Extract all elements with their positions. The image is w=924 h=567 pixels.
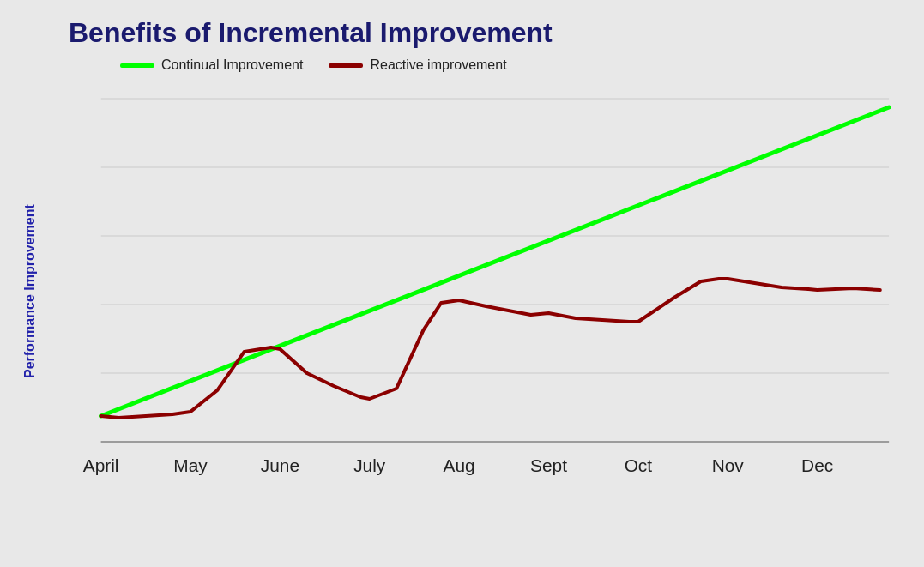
svg-text:July: July <box>353 455 386 475</box>
continual-legend-label: Continual Improvement <box>161 57 303 73</box>
chart-svg: April May June July Aug Sept Oct Nov Dec <box>47 81 907 502</box>
svg-line-16 <box>101 107 890 416</box>
chart-inner: April May June July Aug Sept Oct Nov Dec <box>47 81 907 502</box>
chart-container: Benefits of Incremental Improvement Cont… <box>0 0 924 567</box>
svg-text:Sept: Sept <box>530 455 567 475</box>
reactive-legend-label: Reactive improvement <box>370 57 506 73</box>
svg-text:June: June <box>261 455 299 475</box>
svg-text:Oct: Oct <box>625 455 653 475</box>
continual-legend-line <box>120 63 154 68</box>
chart-title: Benefits of Incremental Improvement <box>17 17 907 49</box>
y-axis-label: Performance Improvement <box>17 81 43 502</box>
legend-reactive: Reactive improvement <box>329 57 506 73</box>
svg-text:Nov: Nov <box>712 455 745 475</box>
chart-area: Performance Improvement April May June J… <box>17 81 907 502</box>
reactive-legend-line <box>329 63 363 68</box>
svg-text:Aug: Aug <box>444 455 475 475</box>
svg-text:April: April <box>83 455 119 475</box>
svg-text:Dec: Dec <box>801 455 833 475</box>
svg-text:May: May <box>173 455 208 475</box>
legend: Continual Improvement Reactive improveme… <box>17 57 907 73</box>
legend-continual: Continual Improvement <box>120 57 303 73</box>
